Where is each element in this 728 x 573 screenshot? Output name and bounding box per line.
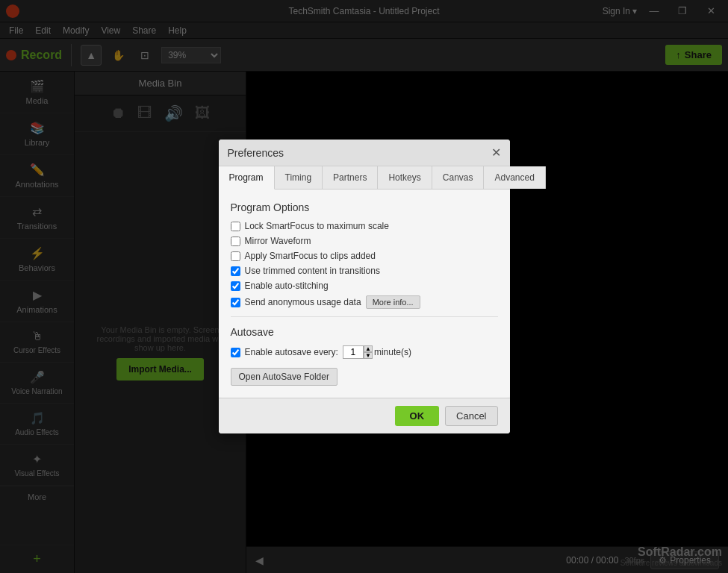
auto-stitch-label: Enable auto-stitching <box>245 281 329 291</box>
autosave-enable-checkbox[interactable] <box>231 348 240 357</box>
checkbox-row-4: Enable auto-stitching <box>231 281 498 291</box>
mirror-waveform-checkbox[interactable] <box>231 237 240 246</box>
apply-smartfocus-label: Apply SmartFocus to clips added <box>245 251 376 261</box>
mirror-waveform-label: Mirror Waveform <box>245 236 311 246</box>
autosave-section: Autosave Enable autosave every: ▲ ▼ minu… <box>231 326 498 386</box>
tab-hotkeys[interactable]: Hotkeys <box>378 166 432 189</box>
checkbox-row-0: Lock SmartFocus to maximum scale <box>231 221 498 231</box>
autosave-spinner: ▲ ▼ <box>343 345 370 359</box>
more-info-button[interactable]: More info... <box>366 295 420 309</box>
tab-advanced[interactable]: Advanced <box>484 166 545 189</box>
cancel-button[interactable]: Cancel <box>445 406 497 426</box>
lock-smartfocus-checkbox[interactable] <box>231 222 240 231</box>
modal-tabs: Program Timing Partners Hotkeys Canvas A… <box>219 166 510 190</box>
autosave-value-input[interactable] <box>343 345 364 359</box>
modal-footer: OK Cancel <box>219 398 510 433</box>
modal-title: Preferences <box>228 147 284 159</box>
lock-smartfocus-label: Lock SmartFocus to maximum scale <box>245 221 389 231</box>
autosave-title: Autosave <box>231 326 498 338</box>
checkbox-row-5: Send anonymous usage data More info... <box>231 295 498 309</box>
preferences-dialog: Preferences ✕ Program Timing Partners Ho… <box>219 140 510 433</box>
tab-timing[interactable]: Timing <box>275 166 323 189</box>
tab-program[interactable]: Program <box>219 166 275 190</box>
checkbox-row-3: Use trimmed content in transitions <box>231 266 498 276</box>
autosave-row: Enable autosave every: ▲ ▼ minute(s) <box>231 345 498 359</box>
modal-close-button[interactable]: ✕ <box>491 145 501 160</box>
checkbox-row-1: Mirror Waveform <box>231 236 498 246</box>
autosave-minutes-label: minute(s) <box>374 347 411 357</box>
modal-body: Program Options Lock SmartFocus to maxim… <box>219 190 510 398</box>
anonymous-usage-checkbox[interactable] <box>231 298 240 307</box>
spinner-up[interactable]: ▲ <box>364 345 373 352</box>
spinner-arrows: ▲ ▼ <box>364 345 373 359</box>
ok-button[interactable]: OK <box>395 406 440 426</box>
checkbox-row-2: Apply SmartFocus to clips added <box>231 251 498 261</box>
autosave-enable-label: Enable autosave every: <box>245 347 338 357</box>
anonymous-usage-label: Send anonymous usage data <box>245 297 361 307</box>
section-divider <box>231 316 498 317</box>
tab-canvas[interactable]: Canvas <box>432 166 485 189</box>
program-options-title: Program Options <box>231 201 498 213</box>
tab-partners[interactable]: Partners <box>323 166 378 189</box>
modal-overlay: Preferences ✕ Program Timing Partners Ho… <box>0 0 728 573</box>
apply-smartfocus-checkbox[interactable] <box>231 251 240 261</box>
use-trimmed-checkbox[interactable] <box>231 266 240 276</box>
modal-header: Preferences ✕ <box>219 140 510 166</box>
spinner-down[interactable]: ▼ <box>364 352 373 359</box>
auto-stitch-checkbox[interactable] <box>231 281 240 291</box>
use-trimmed-label: Use trimmed content in transitions <box>245 266 380 276</box>
open-autosave-folder-button[interactable]: Open AutoSave Folder <box>231 368 337 386</box>
